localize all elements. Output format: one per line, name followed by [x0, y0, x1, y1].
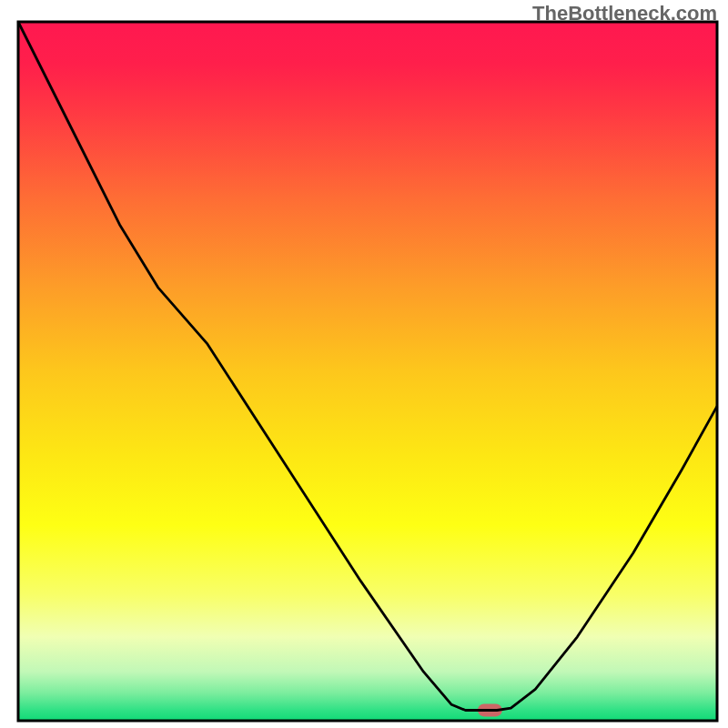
watermark-text: TheBottleneck.com — [532, 2, 717, 25]
chart-container: TheBottleneck.com — [0, 0, 728, 728]
chart-background — [18, 22, 717, 721]
bottleneck-chart — [0, 0, 728, 728]
